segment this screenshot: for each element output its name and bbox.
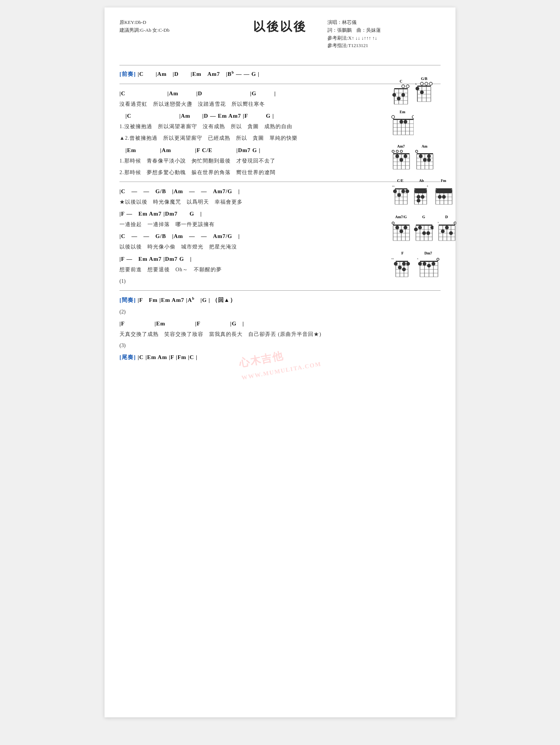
svg-rect-122 <box>393 225 410 226</box>
verse2-section: |F |Em |F |G | 天真交換了成熟 笑容交換了妝容 當我真的長大 自己… <box>119 319 441 339</box>
verse2-chords: |F |Em |F |G | <box>119 319 377 329</box>
svg-point-71 <box>419 154 423 158</box>
chord-D-diagram: D x <box>437 215 456 247</box>
meta-right: 演唱：林芯儀 詞：張鵬鵬 曲：吳妹蓮 參考刷法:X↑ ↓↓ ↓↑↑↑ ↑↓ 參考… <box>327 19 381 50</box>
chorus-lyrics3: 以後以後 時光像小偷 城市燈光 把星光淹沒 <box>119 242 377 251</box>
chord-diagrams: C <box>390 75 448 284</box>
chorus-lyrics4: 想要前進 想要退後 Oh～ 不願醒的夢 <box>119 265 377 274</box>
song-page: 心木吉他WWW.MUMULITA.COM 原KEY:Db-D 建議男調:G-Ab… <box>105 7 455 717</box>
svg-point-73 <box>427 154 431 158</box>
chord-G-svg <box>414 219 433 245</box>
svg-point-54 <box>392 150 394 152</box>
svg-point-190 <box>432 262 435 266</box>
chord-CE-svg: xx <box>391 183 409 209</box>
svg-point-57 <box>395 154 399 158</box>
svg-point-9 <box>402 85 405 88</box>
top-divider <box>119 65 441 65</box>
svg-point-55 <box>396 150 398 152</box>
svg-point-140 <box>414 228 418 231</box>
svg-point-102 <box>417 199 420 203</box>
svg-point-188 <box>423 262 426 266</box>
chorus-lyrics1: ★以後以後 時光像魔咒 以爲明天 幸福會更多 <box>119 197 377 207</box>
svg-point-159 <box>449 231 453 235</box>
chord-Dm7-svg: x <box>417 256 439 282</box>
svg-point-127 <box>395 226 399 229</box>
divider4 <box>119 290 441 291</box>
svg-point-70 <box>416 150 418 152</box>
svg-point-187 <box>418 262 422 266</box>
svg-point-87 <box>401 189 405 193</box>
svg-rect-135 <box>416 225 432 226</box>
strum-info: 參考刷法:X↑ ↓↓ ↓↑↑↑ ↑↓ <box>327 34 381 42</box>
svg-rect-65 <box>417 153 433 154</box>
chorus-chords4: |F — Em Am7 |Dm7 G | <box>119 254 377 264</box>
interlude-label: [間奏] <box>119 297 136 303</box>
outro-section: [尾奏] |C |Em Am |F |Fm |C | <box>119 352 441 362</box>
svg-rect-165 <box>396 261 408 262</box>
svg-point-144 <box>426 231 430 235</box>
chord-Fm-svg <box>434 183 453 209</box>
verse1-lyrics3a: 1.那時候 青春像平淡小說 匆忙間翻到最後 才發現回不去了 <box>119 156 377 166</box>
chord-CE-diagram: C/E xx <box>391 179 409 211</box>
chord-GB-svg: x <box>414 81 434 105</box>
chord-GB-diagram: G/B x <box>414 77 434 107</box>
artist-info: 演唱：林芯儀 <box>327 19 381 27</box>
chord-CE-label: C/E <box>391 179 409 183</box>
svg-point-40 <box>392 115 395 118</box>
chord-GB-label: G/B <box>414 77 434 81</box>
svg-point-157 <box>441 229 445 233</box>
svg-point-101 <box>421 195 424 199</box>
svg-rect-15 <box>417 86 431 87</box>
svg-point-88 <box>405 189 409 193</box>
svg-point-24 <box>420 82 423 85</box>
svg-point-189 <box>427 264 431 268</box>
chord-F-diagram: F xx <box>391 251 414 283</box>
svg-point-115 <box>442 195 446 199</box>
svg-point-173 <box>406 262 410 266</box>
svg-point-27 <box>416 87 419 90</box>
verse2-note: (2) <box>119 309 441 315</box>
chord-Am7-label: Am7 <box>391 144 411 148</box>
svg-point-72 <box>423 158 427 162</box>
chord-Dm7-diagram: Dm7 x <box>417 251 439 283</box>
chord-F-label: F <box>391 251 414 255</box>
svg-point-26 <box>429 82 432 85</box>
svg-point-43 <box>404 120 407 124</box>
verse2-lyrics: 天真交換了成熟 笑容交換了妝容 當我真的長大 自己卻弄丟 (原曲升半音回★) <box>119 330 377 339</box>
svg-point-28 <box>420 90 424 94</box>
chord-Am7G-G-D-row: Am7/G <box>390 214 448 248</box>
svg-rect-80 <box>395 188 407 189</box>
svg-point-170 <box>394 262 398 266</box>
chord-Fm-diagram: Fm <box>434 179 453 211</box>
svg-text:xx: xx <box>391 257 394 260</box>
interlude-section: [間奏] |F Fm |Em Am7 |Ab |G | （回▲） <box>119 295 441 305</box>
svg-rect-108 <box>436 188 452 189</box>
chord-Fm-label: Fm <box>434 179 453 183</box>
chord-F-Dm7-row: F xx <box>390 250 448 284</box>
chord-Dm7-label: Dm7 <box>417 251 439 255</box>
svg-point-58 <box>399 158 403 162</box>
chord-Am7-diagram: Am7 <box>391 144 411 174</box>
chord-D-label: D <box>437 215 456 219</box>
svg-point-85 <box>393 189 397 193</box>
chord-Em-label: Em <box>391 110 414 114</box>
svg-text:4: 4 <box>427 185 428 188</box>
svg-point-146 <box>454 222 456 224</box>
chord-Am7-Am-row: Am7 <box>390 143 448 176</box>
svg-rect-152 <box>439 225 455 226</box>
svg-text:x: x <box>415 82 417 86</box>
svg-point-128 <box>399 229 403 233</box>
suggest-info: 建議男調:G-Ab 女:C-Db <box>119 27 169 34</box>
chorus-lyrics2: 一邊撿起 一邊掉落 哪一件更該擁有 <box>119 220 377 229</box>
chord-C-svg <box>391 84 411 105</box>
verse1-lyrics2b: ▲2.曾被擁抱過 所以更渴望廝守 已經成熟 所以 貪圖 單純的快樂 <box>119 133 377 143</box>
chord-G-diagram: G <box>414 215 433 247</box>
svg-rect-94 <box>414 188 427 189</box>
outro-chords: [尾奏] |C |Em Am |F |Fm |C | <box>119 352 377 362</box>
chord-Am7-svg <box>391 149 411 173</box>
chord-Ab-label: Ab <box>413 179 430 183</box>
chord-Am-label: Am <box>415 144 434 148</box>
chord-Am7G-label: Am7/G <box>391 215 411 219</box>
svg-text:x: x <box>417 257 419 260</box>
interlude-chords: [間奏] |F Fm |Em Am7 |Ab |G | （回▲） <box>119 295 377 305</box>
